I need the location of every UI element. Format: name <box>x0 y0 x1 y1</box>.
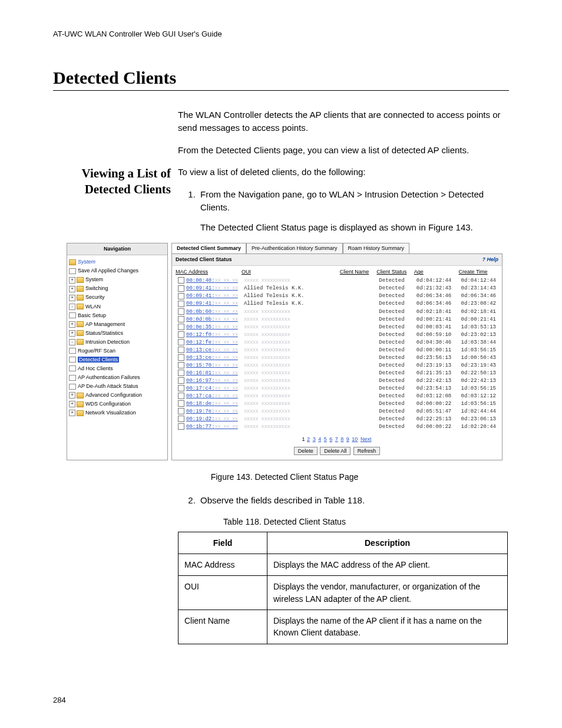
mac-link[interactable]: 00:0b:60:xx xx xx <box>186 309 238 315</box>
mac-link[interactable]: 00:13:ce:xx xx xx <box>186 355 238 361</box>
row-checkbox[interactable] <box>178 347 184 353</box>
pager-next[interactable]: Next <box>361 436 372 442</box>
tree-root[interactable]: System <box>69 258 166 266</box>
row-checkbox[interactable] <box>178 308 184 315</box>
tree-ap-auth-failures[interactable]: AP Authentication Failures <box>69 373 166 382</box>
tab-preauth-history[interactable]: Pre-Authentication History Summary <box>246 243 343 253</box>
table-row: 00:1b:77:xx xx xxxxxxx xxxxxxxxxxDetecte… <box>176 423 498 431</box>
pager-page[interactable]: 5 <box>324 436 327 442</box>
tree-ap-management[interactable]: +AP Management <box>69 320 166 329</box>
pager-page[interactable]: 2 <box>307 436 310 442</box>
table-row: 00:18:de:xx xx xxxxxxx xxxxxxxxxxDetecte… <box>176 400 498 408</box>
tab-detected-client-summary[interactable]: Detected Client Summary <box>171 243 246 253</box>
tree-switching[interactable]: +Switching <box>69 284 166 293</box>
pager-page[interactable]: 3 <box>313 436 316 442</box>
row-checkbox[interactable] <box>178 316 184 322</box>
figure-143: Navigation System Save All Applied Chang… <box>60 243 509 460</box>
table-row: 00:17:c4:xx xx xxxxxxx xxxxxxxxxxDetecte… <box>176 385 498 393</box>
detected-clients-table: MAC Address OUI Client Name Client Statu… <box>176 268 498 431</box>
row-checkbox[interactable] <box>178 293 184 299</box>
page-number: 284 <box>53 696 66 704</box>
tree-network-visualization[interactable]: +Network Visualization <box>69 409 166 417</box>
mac-link[interactable]: 00:09:41:xx xx xx <box>186 301 238 307</box>
row-checkbox[interactable] <box>178 408 184 414</box>
mac-link[interactable]: 00:0d:0b:xx xx xx <box>186 317 238 322</box>
mac-link[interactable]: 00:09:41:xx xx xx <box>186 285 238 291</box>
tree-ap-deauth-attack[interactable]: AP De-Auth Attack Status <box>69 382 166 391</box>
table-row: 00:13:ce:xx xx xxxxxxx xxxxxxxxxxDetecte… <box>176 347 498 354</box>
table-row: 00:19:7e:xx xx xxxxxxx xxxxxxxxxxDetecte… <box>176 408 498 416</box>
mac-link[interactable]: 00:1b:77:xx xx xx <box>186 424 238 430</box>
mac-link[interactable]: 00:17:c4:xx xx xx <box>186 386 238 391</box>
col-age[interactable]: Age <box>414 268 459 277</box>
tree-detected-clients[interactable]: Detected Clients <box>69 355 166 364</box>
tree-rogue-rf-scan[interactable]: Rogue/RF Scan <box>69 347 166 355</box>
tree-advanced-config[interactable]: +Advanced Configuration <box>69 391 166 400</box>
mac-link[interactable]: 00:19:d2:xx xx xx <box>186 416 238 422</box>
navigation-pane: Navigation System Save All Applied Chang… <box>67 243 168 460</box>
pager-page[interactable]: 4 <box>318 436 321 442</box>
pager-page[interactable]: 10 <box>352 436 358 442</box>
tree-system[interactable]: +System <box>69 275 166 284</box>
mac-link[interactable]: 00:18:de:xx xx xx <box>186 401 238 407</box>
table-row: 00:13:ce:xx xx xxxxxxx xxxxxxxxxxDetecte… <box>176 354 498 362</box>
delete-all-button[interactable]: Delete All <box>320 447 351 455</box>
col-client-status[interactable]: Client Status <box>376 268 414 277</box>
tree-save-changes[interactable]: Save All Applied Changes <box>69 266 166 275</box>
mac-link[interactable]: 00:09:41:xx xx xx <box>186 293 238 299</box>
row-checkbox[interactable] <box>178 285 184 292</box>
mac-link[interactable]: 00:0e:35:xx xx xx <box>186 324 238 330</box>
row-checkbox[interactable] <box>178 393 184 399</box>
col-oui[interactable]: OUI <box>242 268 340 277</box>
tree-wlan[interactable]: -WLAN <box>69 302 166 311</box>
table-row: 00:16:97:xx xx xxxxxxx xxxxxxxxxxDetecte… <box>176 377 498 385</box>
row-checkbox[interactable] <box>178 362 184 368</box>
title-rule <box>53 90 509 91</box>
mac-link[interactable]: 00:12:fe:xx xx xx <box>186 340 238 345</box>
figure-caption: Figure 143. Detected Client Status Page <box>60 471 509 483</box>
mac-link[interactable]: 00:16:97:xx xx xx <box>186 378 238 384</box>
mac-link[interactable]: 00:17:ca:xx xx xx <box>186 393 238 399</box>
mac-link[interactable]: 00:13:ce:xx xx xx <box>186 347 238 353</box>
tree-wds-config[interactable]: +WDS Configuration <box>69 400 166 409</box>
table-row: MAC AddressDisplays the MAC address of t… <box>178 554 508 576</box>
refresh-button[interactable]: Refresh <box>353 447 381 455</box>
running-header: AT-UWC WLAN Controller Web GUI User's Gu… <box>53 29 509 38</box>
table-row: 00:09:41:xx xx xxAllied Telesis K.K.Dete… <box>176 292 498 300</box>
intro-paragraph-2: From the Detected Clients page, you can … <box>178 144 509 157</box>
tree-status-statistics[interactable]: +Status/Statistics <box>69 329 166 338</box>
mac-link[interactable]: 00:19:7e:xx xx xx <box>186 409 238 414</box>
table-row: 00:0b:60:xx xx xxxxxxx xxxxxxxxxxDetecte… <box>176 308 498 316</box>
help-link[interactable]: ? Help <box>482 256 498 263</box>
col-mac[interactable]: MAC Address <box>176 268 242 277</box>
pager-page[interactable]: 6 <box>329 436 332 442</box>
pager-page[interactable]: 8 <box>340 436 343 442</box>
pager-page[interactable]: 7 <box>335 436 338 442</box>
panel-title: Detected Client Status <box>176 256 232 263</box>
mac-link[interactable]: 00:15:70:xx xx xx <box>186 363 238 368</box>
mac-link[interactable]: 00:16:01:xx xx xx <box>186 370 238 376</box>
tree-basic-setup[interactable]: Basic Setup <box>69 311 166 320</box>
tab-roam-history[interactable]: Roam History Summary <box>343 243 410 253</box>
mac-link[interactable]: 00:12:f0:xx xx xx <box>186 332 238 338</box>
row-checkbox[interactable] <box>178 423 184 430</box>
row-checkbox[interactable] <box>178 339 184 345</box>
row-checkbox[interactable] <box>178 301 184 307</box>
row-checkbox[interactable] <box>178 385 184 391</box>
delete-button[interactable]: Delete <box>294 447 318 455</box>
tree-ad-hoc-clients[interactable]: Ad Hoc Clients <box>69 364 166 373</box>
row-checkbox[interactable] <box>178 377 184 384</box>
row-checkbox[interactable] <box>178 400 184 407</box>
col-client-name[interactable]: Client Name <box>340 268 377 277</box>
tree-intrusion-detection[interactable]: -Intrusion Detection <box>69 338 166 347</box>
row-checkbox[interactable] <box>178 331 184 338</box>
row-checkbox[interactable] <box>178 324 184 330</box>
row-checkbox[interactable] <box>178 354 184 361</box>
mac-link[interactable]: 00:00:40:xx xx xx <box>186 278 238 284</box>
row-checkbox[interactable] <box>178 370 184 376</box>
col-create-time[interactable]: Create Time <box>459 268 498 277</box>
tree-security[interactable]: +Security <box>69 293 166 302</box>
row-checkbox[interactable] <box>178 416 184 422</box>
pager-page[interactable]: 9 <box>346 436 349 442</box>
row-checkbox[interactable] <box>178 277 184 284</box>
